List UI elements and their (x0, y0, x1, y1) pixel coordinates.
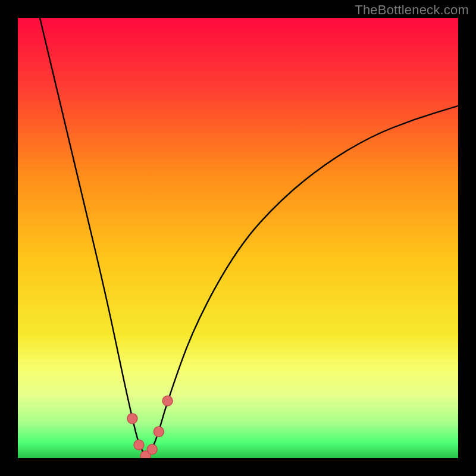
plot-area (18, 18, 458, 458)
sweet-spot-marker (134, 440, 144, 450)
chart-frame: TheBottleneck.com (0, 0, 476, 476)
sweet-spot-marker (162, 396, 173, 406)
watermark-text: TheBottleneck.com (355, 2, 469, 18)
sweet-spot-marker (154, 427, 164, 437)
sweet-spot-marker (147, 444, 157, 455)
sweet-spot-marker (127, 414, 137, 424)
bottleneck-curve (18, 18, 458, 458)
